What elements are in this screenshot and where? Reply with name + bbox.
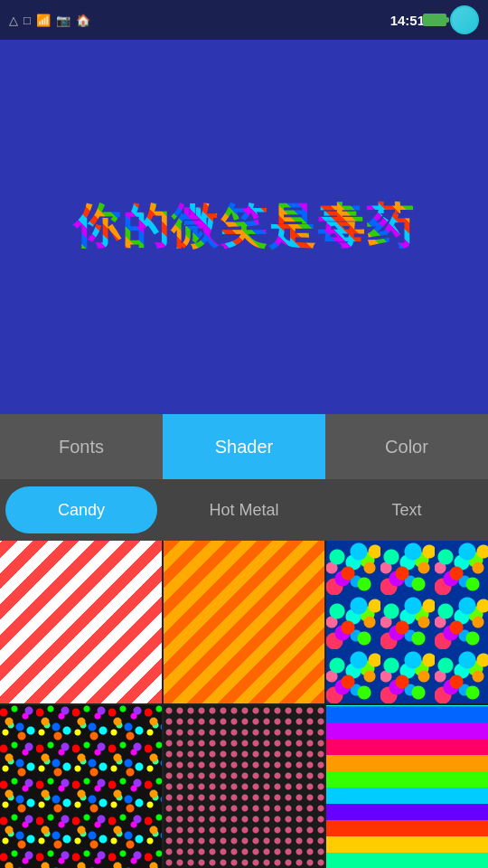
tab-color[interactable]: Color <box>325 414 488 479</box>
main-content: 你的微笑是毒药 Fonts Shader Color Candy Hot Met… <box>0 40 488 868</box>
status-bar: △ □ 📶 📷 🏠 14:51 <box>0 0 488 40</box>
subtab-text[interactable]: Text <box>331 486 483 533</box>
image-icon: 📷 <box>56 14 70 27</box>
avatar[interactable] <box>450 5 479 34</box>
shader-cell-rainbow-dots[interactable] <box>0 705 162 868</box>
subtab-candy[interactable]: Candy <box>5 486 157 533</box>
shader-cell-hot-metal[interactable] <box>164 541 325 703</box>
battery-icon <box>423 14 446 26</box>
shader-cell-polka[interactable] <box>164 705 325 868</box>
tab-bar: Fonts Shader Color <box>0 414 488 479</box>
preview-area: 你的微笑是毒药 <box>0 40 488 414</box>
battery-area <box>423 5 479 34</box>
sub-tab-bar: Candy Hot Metal Text <box>0 479 488 541</box>
notification2-icon: □ <box>23 14 31 27</box>
wifi-icon: 📶 <box>36 14 51 27</box>
notification1-icon: △ <box>9 14 18 27</box>
tab-fonts[interactable]: Fonts <box>0 414 163 479</box>
shader-cell-candy-stripe[interactable] <box>0 541 162 703</box>
preview-text: 你的微笑是毒药 <box>55 186 433 268</box>
home-icon: 🏠 <box>76 14 90 27</box>
status-time: 14:51 <box>390 13 425 28</box>
shader-cell-floral[interactable] <box>326 541 488 703</box>
subtab-hotmetal[interactable]: Hot Metal <box>168 486 320 533</box>
tab-shader[interactable]: Shader <box>163 414 325 479</box>
status-icons-left: △ □ 📶 📷 🏠 <box>9 14 90 27</box>
shader-grid <box>0 541 488 868</box>
shader-cell-streaks[interactable] <box>326 705 488 868</box>
